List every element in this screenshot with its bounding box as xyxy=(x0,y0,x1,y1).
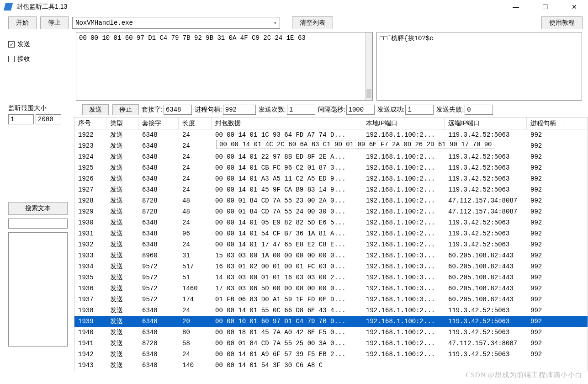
table-row[interactable]: 1929发送87284800 00 01 84 CD 7A 55 24 00 3… xyxy=(74,206,588,217)
col-data[interactable]: 封包数据 xyxy=(212,117,362,129)
interval-label: 间隔毫秒: xyxy=(318,106,345,114)
table-cell: 1923 xyxy=(74,142,106,149)
table-cell: 992 xyxy=(527,285,563,292)
table-cell: 发送 xyxy=(106,186,138,194)
table-row[interactable]: 1927发送63482400 00 14 01 45 9F CA B9 83 1… xyxy=(74,184,588,195)
minimize-button[interactable]: — xyxy=(507,3,525,11)
table-cell: 1936 xyxy=(74,285,106,292)
table-cell: 17 03 03 06 5D 00 00 00 00 00 0... xyxy=(212,285,362,292)
table-cell: 9572 xyxy=(138,296,179,303)
table-cell: 00 00 01 84 CD 7A 55 24 00 30 0... xyxy=(212,208,362,215)
hex-content: 00 00 10 01 60 97 D1 C4 79 7B 92 9B 31 0… xyxy=(79,34,306,42)
table-row[interactable]: 1941发送87285800 00 01 84 CD 7A 55 25 00 3… xyxy=(74,338,588,349)
table-row[interactable]: 1930发送63482400 00 14 01 05 E9 82 82 5D E… xyxy=(74,217,588,228)
table-cell: 发送 xyxy=(106,306,138,315)
table-cell: 6348 xyxy=(138,362,179,369)
table-row[interactable]: 1925发送63482400 00 14 01 CB FC 96 C2 01 8… xyxy=(74,162,588,173)
col-local-ip[interactable]: 本地IP端口 xyxy=(362,117,445,129)
start-button[interactable]: 开始 xyxy=(8,16,37,29)
table-cell: 24 xyxy=(179,153,212,160)
col-length[interactable]: 长度 xyxy=(179,117,212,129)
table-cell: 00 00 14 01 45 9F CA B9 83 14 9... xyxy=(212,186,362,193)
table-cell: 24 xyxy=(179,351,212,358)
col-type[interactable]: 类型 xyxy=(106,117,138,129)
table-row[interactable]: 1931发送63489600 00 14 01 54 CF B7 36 1A 8… xyxy=(74,228,588,239)
scrollbar[interactable] xyxy=(365,32,372,100)
table-cell: 992 xyxy=(527,241,563,248)
decoded-textarea[interactable]: □□`榜膵{挨10?$c xyxy=(376,32,582,101)
socket-input[interactable] xyxy=(164,105,192,115)
table-cell: 1934 xyxy=(74,263,106,270)
table-row[interactable]: 1928发送87284800 00 01 84 CD 7A 55 23 00 2… xyxy=(74,195,588,206)
tutorial-button[interactable]: 使用教程 xyxy=(541,16,583,29)
table-row[interactable]: 1938发送63482400 00 14 01 55 0C 66 D8 6E 4… xyxy=(74,305,588,316)
table-cell: 192.168.1.100:2... xyxy=(362,153,445,160)
filter-send-checkbox[interactable]: ✓ 发送 xyxy=(8,40,72,48)
table-cell: 1931 xyxy=(74,230,106,237)
search-result-list[interactable] xyxy=(8,232,68,347)
table-cell: 192.168.1.100:2... xyxy=(362,186,445,193)
table-cell: 992 xyxy=(527,252,563,259)
titlebar: 封包监听工具1.13 — ☐ ✕ xyxy=(0,0,588,14)
search-input[interactable] xyxy=(8,219,68,229)
table-row[interactable]: 1935发送95725114 03 03 00 01 01 16 03 03 0… xyxy=(74,272,588,283)
range-label: 监听范围大小 xyxy=(8,104,69,112)
send-toolbar: 发送 停止 套接字: 进程句柄: 发送次数: 间隔毫秒: 发送成功: 发送失败: xyxy=(74,102,588,117)
table-row[interactable]: 1937发送957217401 FB 06 83 D0 A1 59 1F FD … xyxy=(74,294,588,305)
watermark: CSDN @想成为前端工程师滴小小白 xyxy=(466,371,583,379)
maximize-button[interactable]: ☐ xyxy=(536,3,554,11)
table-cell: 00 00 14 01 A9 6F 57 39 F5 EB 2... xyxy=(212,351,362,358)
app-icon xyxy=(4,3,13,11)
range-from-input[interactable] xyxy=(8,114,34,124)
table-cell: 192.168.1.100:2... xyxy=(362,175,445,182)
search-text-button[interactable]: 搜索文本 xyxy=(8,202,68,215)
table-row[interactable]: 1940发送63488000 00 18 01 45 7A A0 42 8E F… xyxy=(74,327,588,338)
filter-recv-checkbox[interactable]: 接收 xyxy=(8,55,72,63)
table-cell: 15 03 03 00 1A 00 00 00 00 00 0... xyxy=(212,252,362,259)
proc-handle-input[interactable] xyxy=(223,105,256,115)
socket-label: 套接字: xyxy=(142,106,163,114)
range-to-input[interactable] xyxy=(36,114,61,124)
send-count-input[interactable] xyxy=(287,105,315,115)
table-cell: 192.168.1.100:2... xyxy=(362,340,445,347)
table-row[interactable]: 1936发送9572146017 03 03 06 5D 00 00 00 00… xyxy=(74,283,588,294)
table-cell: 发送 xyxy=(106,142,138,150)
table-row[interactable]: 1933发送89603115 03 03 00 1A 00 00 00 00 0… xyxy=(74,250,588,261)
table-cell: 发送 xyxy=(106,350,138,358)
table-row[interactable]: 1932发送63482400 00 14 01 17 47 65 E8 E2 C… xyxy=(74,239,588,250)
send-button[interactable]: 发送 xyxy=(82,104,109,115)
table-row[interactable]: 1939发送63482000 00 10 01 60 97 D1 C4 79 7… xyxy=(74,316,588,327)
table-row[interactable]: 1942发送63482400 00 14 01 A9 6F 57 39 F5 E… xyxy=(74,349,588,360)
table-cell: 48 xyxy=(179,208,212,215)
table-cell: 00 00 14 01 17 47 65 E8 E2 C8 E... xyxy=(212,241,362,248)
close-button[interactable]: ✕ xyxy=(565,3,583,11)
table-row[interactable]: 1922发送63482400 00 14 01 1C 93 64 FD A7 7… xyxy=(74,129,588,140)
send-ok-output xyxy=(405,105,434,115)
table-cell: 1930 xyxy=(74,219,106,226)
table-cell: 60.205.108.82:443 xyxy=(445,285,527,292)
table-row[interactable]: 1923发送63482499200 00 14 01 4C 2C 60 6A B… xyxy=(74,140,588,151)
table-cell: 192.168.1.100:3... xyxy=(362,263,445,270)
process-select[interactable]: NoxVMHandle.exe ▾ xyxy=(72,17,280,29)
hex-textarea[interactable]: 00 00 10 01 60 97 D1 C4 79 7B 92 9B 31 0… xyxy=(76,32,373,101)
clear-list-button[interactable]: 清空列表 xyxy=(292,16,333,29)
col-seq[interactable]: 序号 xyxy=(74,117,106,129)
table-row[interactable]: 1926发送63482400 00 14 01 A3 A5 11 C2 A5 E… xyxy=(74,173,588,184)
table-row[interactable]: 1934发送957251716 03 01 02 00 01 00 01 FC … xyxy=(74,261,588,272)
stop-button[interactable]: 停止 xyxy=(40,16,69,29)
table-body: 1922发送63482400 00 14 01 1C 93 64 FD A7 7… xyxy=(74,129,588,371)
col-remote-ip[interactable]: 远端IP端口 xyxy=(445,117,527,129)
table-cell: 24 xyxy=(179,164,212,171)
table-cell: 192.168.1.100:3... xyxy=(362,274,445,281)
table-cell: 192.168.1.100:2... xyxy=(362,230,445,237)
interval-input[interactable] xyxy=(346,105,375,115)
table-cell: 1935 xyxy=(74,274,106,281)
table-cell: 192.168.1.100:2... xyxy=(362,307,445,314)
send-count-label: 发送次数: xyxy=(259,106,286,114)
table-row[interactable]: 1924发送63482400 00 14 01 22 97 8B ED 8F 2… xyxy=(74,151,588,162)
table-row[interactable]: 1943发送634814000 00 14 01 54 3F 30 C6 A8 … xyxy=(74,360,588,371)
table-cell: 1924 xyxy=(74,153,106,160)
col-socket[interactable]: 套接字 xyxy=(138,117,179,129)
send-stop-button[interactable]: 停止 xyxy=(112,104,139,115)
col-proc-handle[interactable]: 进程句柄 xyxy=(527,117,563,129)
